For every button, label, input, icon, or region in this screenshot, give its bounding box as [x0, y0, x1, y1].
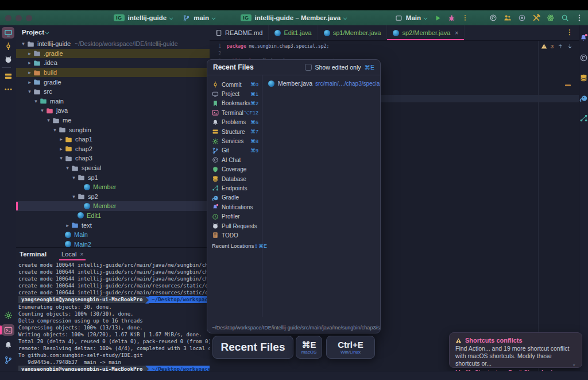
- tree-item-chap1[interactable]: ▸chap1: [16, 135, 210, 144]
- tree-item-sp1[interactable]: ▾sp1: [16, 172, 210, 182]
- tree-item-special[interactable]: ▾special: [16, 163, 210, 173]
- more-options-icon[interactable]: [575, 14, 583, 22]
- tree-chevron-icon[interactable]: ▸: [26, 70, 33, 75]
- tool-window-button-pull-requests[interactable]: [2, 53, 14, 65]
- tool-window-button-gradle[interactable]: [578, 92, 588, 103]
- build-tools-icon[interactable]: [532, 14, 540, 22]
- tree-chevron-icon[interactable]: ▸: [26, 79, 33, 85]
- popup-tool-terminal[interactable]: Terminal⌥F12: [207, 108, 262, 117]
- popup-tool-notifications[interactable]: Notifications: [207, 202, 262, 212]
- tree-chevron-icon[interactable]: ▸: [64, 222, 71, 228]
- popup-tool-pull-requests[interactable]: Pull Requests: [207, 221, 262, 231]
- popup-tool-structure[interactable]: Structure⌘7: [207, 127, 262, 136]
- show-edited-only-checkbox[interactable]: [305, 64, 312, 71]
- tree-chevron-icon[interactable]: ▾: [45, 117, 52, 123]
- tree-chevron-icon[interactable]: ▾: [70, 194, 78, 199]
- popup-tool-project[interactable]: Project⌘1: [207, 89, 262, 98]
- tree-chevron-icon[interactable]: ▾: [32, 98, 40, 104]
- close-icon[interactable]: ×: [80, 251, 83, 258]
- tree-item-gradle[interactable]: ▸gradle: [16, 77, 210, 87]
- run-config-widget[interactable]: Main: [395, 14, 428, 22]
- popup-tool-services[interactable]: Services⌘8: [207, 136, 262, 145]
- tool-window-button-terminal[interactable]: [2, 324, 14, 336]
- tool-window-button-problems[interactable]: [2, 339, 14, 351]
- tree-chevron-icon[interactable]: ▾: [70, 175, 78, 181]
- terminal-output[interactable]: create mode 100644 intellij-guide/src/ma…: [16, 260, 210, 371]
- popup-tool-todo[interactable]: TODO: [207, 231, 262, 240]
- close-icon[interactable]: ×: [455, 30, 458, 36]
- run-button[interactable]: [434, 14, 442, 22]
- more-run-options-icon[interactable]: [462, 14, 469, 21]
- tree-item--idea[interactable]: ▸.idea: [16, 58, 210, 68]
- tree-item-me[interactable]: ▾me: [16, 116, 210, 125]
- popup-tool-git[interactable]: Git⌘9: [207, 146, 262, 155]
- expand-icon[interactable]: ⌄: [572, 362, 576, 367]
- tree-item-main2[interactable]: Main2: [16, 239, 210, 247]
- code-with-me-icon[interactable]: [504, 14, 512, 22]
- tree-item-sungbin[interactable]: ▾sungbin: [16, 125, 210, 135]
- window-controls[interactable]: [5, 15, 36, 21]
- tool-window-button-ai-chat[interactable]: [578, 52, 588, 63]
- tree-item-sp2[interactable]: ▾sp2: [16, 192, 210, 202]
- tree-item-intellij-guide[interactable]: ▾intellij-guide~/Desktop/workspace/IDE/i…: [16, 39, 210, 49]
- minimize-window-button[interactable]: [16, 15, 22, 21]
- tool-window-button-database[interactable]: [578, 72, 588, 83]
- tree-item--gradle[interactable]: ▸.gradle: [16, 49, 210, 59]
- search-everywhere-icon[interactable]: [561, 14, 569, 22]
- tool-window-button-settings[interactable]: [2, 309, 14, 321]
- tree-item-member[interactable]: Member: [16, 182, 210, 192]
- popup-tool-gradle[interactable]: Gradle: [207, 193, 262, 202]
- tool-window-button-notifications[interactable]: [578, 32, 588, 43]
- popup-tool-profiler[interactable]: Profiler: [207, 212, 262, 221]
- editor-tab-edit1-java[interactable]: Edit1.java: [269, 25, 318, 40]
- ai-assistant-icon[interactable]: [489, 14, 497, 22]
- tree-item-build[interactable]: ▸build: [16, 68, 210, 78]
- tool-window-button-endpoints[interactable]: [578, 112, 588, 124]
- project-widget[interactable]: IG intellij-guide main: [114, 14, 216, 22]
- terminal-tab-local[interactable]: Local ×: [59, 248, 86, 260]
- tool-window-button-git[interactable]: [2, 354, 14, 366]
- tree-chevron-icon[interactable]: ▸: [26, 60, 33, 66]
- tree-chevron-icon[interactable]: ▸: [57, 136, 65, 142]
- zoom-window-button[interactable]: [26, 15, 32, 21]
- tool-window-button-commit[interactable]: [2, 40, 14, 52]
- tree-chevron-icon[interactable]: ▾: [26, 89, 33, 94]
- popup-tool-problems[interactable]: Problems⌘6: [207, 118, 262, 127]
- plugins-icon[interactable]: [547, 14, 555, 22]
- tree-item-text[interactable]: ▸text: [16, 220, 210, 230]
- tool-window-button-structure[interactable]: [2, 70, 14, 82]
- popup-tool-database[interactable]: Database: [207, 174, 262, 183]
- inspections-widget[interactable]: 3: [541, 43, 573, 49]
- editor-tab-readme-md[interactable]: README.md: [210, 25, 269, 40]
- tool-window-button-project[interactable]: [2, 27, 14, 39]
- tree-item-member[interactable]: Member: [16, 201, 210, 211]
- tree-item-edit1[interactable]: Edit1: [16, 211, 210, 221]
- tree-item-src[interactable]: ▾src: [16, 87, 210, 97]
- popup-file-item[interactable]: Member.javasrc/main/…/chap3/special/sp2: [262, 79, 380, 88]
- popup-tool-ai-chat[interactable]: AI Chat: [207, 155, 262, 164]
- debug-button[interactable]: [448, 14, 455, 22]
- tool-window-button-more-tool-windows[interactable]: [2, 83, 14, 95]
- tree-chevron-icon[interactable]: ▾: [38, 108, 46, 113]
- next-warning-icon[interactable]: [567, 43, 573, 49]
- screen-record-icon[interactable]: [518, 14, 526, 22]
- tree-item-java[interactable]: ▾java: [16, 106, 210, 116]
- show-edited-only-option[interactable]: Show edited only ⌘E: [305, 64, 375, 71]
- scrollbar-warning-mark[interactable]: [565, 85, 571, 86]
- tree-item-main[interactable]: ▾main: [16, 97, 210, 106]
- tree-chevron-icon[interactable]: ▾: [20, 41, 27, 47]
- popup-tool-commit[interactable]: Commit⌘0: [207, 80, 262, 89]
- tree-chevron-icon[interactable]: ▾: [57, 155, 65, 161]
- prev-warning-icon[interactable]: [557, 43, 563, 49]
- tree-item-chap3[interactable]: ▾chap3: [16, 153, 210, 163]
- project-panel-header[interactable]: Project: [16, 25, 210, 39]
- popup-tool-bookmarks[interactable]: Bookmarks⌘2: [207, 99, 262, 108]
- editor-tab-sp1-member-java[interactable]: sp1/Member.java: [318, 25, 388, 40]
- tree-chevron-icon[interactable]: ▸: [26, 51, 33, 56]
- tree-chevron-icon[interactable]: ▸: [57, 146, 65, 152]
- tree-item-chap2[interactable]: ▸chap2: [16, 144, 210, 154]
- tree-chevron-icon[interactable]: ▾: [51, 127, 59, 133]
- editor-tab-sp2-member-java[interactable]: sp2/Member.java×: [387, 25, 465, 40]
- tree-item-main[interactable]: Main: [16, 230, 210, 240]
- tab-options-icon[interactable]: ⋮: [566, 28, 573, 36]
